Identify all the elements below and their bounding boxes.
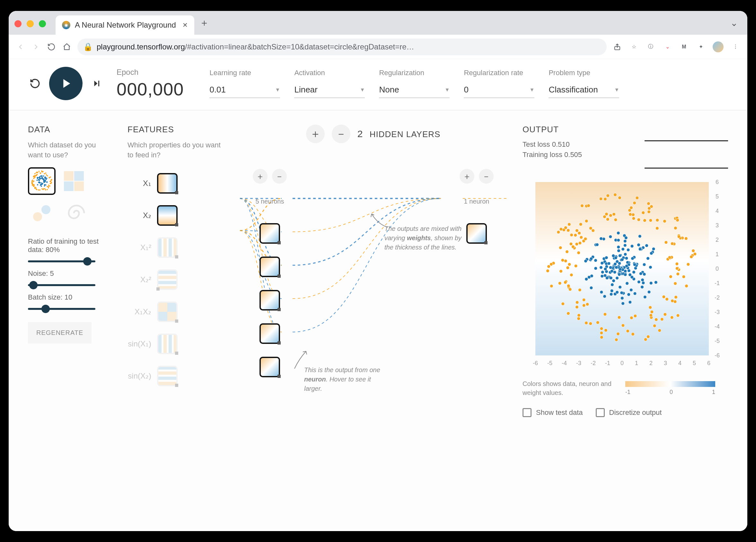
window-close-icon[interactable] — [14, 20, 22, 27]
svg-point-252 — [629, 301, 632, 304]
svg-point-254 — [600, 291, 603, 294]
info-icon[interactable]: ⓘ — [646, 42, 655, 52]
nav-forward-icon[interactable] — [31, 42, 41, 52]
remove-layer-button[interactable]: － — [332, 125, 350, 143]
share-icon[interactable] — [612, 42, 622, 52]
new-tab-button[interactable]: ＋ — [199, 16, 209, 30]
regenerate-button[interactable]: REGENERATE — [28, 322, 92, 344]
svg-point-351 — [646, 335, 650, 338]
feature-x1sq[interactable]: X₁² — [127, 232, 224, 264]
svg-text:-1: -1 — [605, 360, 610, 366]
svg-point-265 — [627, 248, 630, 251]
svg-point-407 — [600, 331, 603, 335]
svg-point-473 — [570, 273, 573, 276]
svg-point-57 — [38, 182, 39, 183]
learning-rate-select[interactable]: 0.01▼ — [209, 85, 280, 98]
extensions-icon[interactable]: ✦ — [696, 42, 706, 52]
star-icon[interactable]: ☆ — [629, 42, 639, 52]
reset-button[interactable] — [28, 76, 42, 91]
tab-close-icon[interactable]: ✕ — [182, 21, 188, 29]
svg-point-234 — [649, 266, 652, 269]
problem-type-select[interactable]: Classification▼ — [549, 85, 619, 98]
epoch-value: 000,000 — [117, 79, 184, 100]
svg-point-303 — [643, 273, 646, 276]
show-test-data-checkbox[interactable]: Show test data — [523, 408, 583, 417]
regularization-select[interactable]: None▼ — [379, 85, 450, 98]
svg-point-440 — [658, 329, 661, 332]
reload-icon[interactable] — [47, 42, 56, 52]
neuron-l2-1[interactable] — [466, 223, 487, 244]
svg-point-456 — [631, 333, 635, 336]
kebab-menu-icon[interactable]: ⋮ — [731, 42, 740, 52]
noise-slider[interactable] — [28, 284, 95, 286]
svg-point-270 — [623, 240, 627, 243]
activation-select[interactable]: Linear▼ — [294, 85, 365, 98]
feature-x2[interactable]: X₂ — [127, 199, 224, 232]
pocket-icon[interactable]: ⌄ — [663, 42, 672, 52]
layer1-caption: 5 neurons — [256, 198, 284, 205]
discretize-output-checkbox[interactable]: Discretize output — [596, 408, 662, 417]
batch-label: Batch size: 10 — [28, 293, 111, 302]
add-neuron-l2[interactable]: ＋ — [460, 169, 474, 184]
svg-point-346 — [567, 223, 571, 226]
svg-point-241 — [625, 257, 628, 260]
dataset-spiral[interactable] — [60, 199, 88, 227]
svg-point-247 — [611, 283, 614, 286]
ratio-slider[interactable] — [28, 260, 95, 262]
neuron-l1-2[interactable] — [259, 257, 280, 277]
feature-sinx2[interactable]: sin(X₂) — [127, 360, 224, 392]
svg-point-129 — [50, 176, 51, 178]
svg-point-239 — [650, 252, 653, 255]
feature-x1x2[interactable]: X₁X₂ — [127, 296, 224, 328]
add-layer-button[interactable]: ＋ — [306, 125, 325, 143]
data-question: Which dataset do you want to use? — [28, 140, 111, 160]
hidden-layers-title: 2 HIDDEN LAYERS — [357, 128, 441, 139]
nav-back-icon[interactable] — [16, 42, 25, 52]
batch-slider[interactable] — [28, 308, 95, 310]
step-button[interactable] — [90, 76, 104, 91]
play-button[interactable] — [49, 67, 83, 100]
dataset-gauss[interactable] — [28, 199, 56, 227]
svg-point-289 — [619, 285, 622, 289]
add-neuron-l1[interactable]: ＋ — [253, 169, 268, 184]
window-zoom-icon[interactable] — [39, 20, 46, 27]
svg-point-258 — [620, 297, 624, 300]
svg-point-446 — [629, 213, 632, 216]
feature-x1[interactable]: X₁ — [127, 167, 224, 199]
svg-point-421 — [567, 284, 570, 287]
svg-point-49 — [41, 175, 42, 177]
svg-point-320 — [619, 268, 622, 271]
svg-point-430 — [570, 233, 573, 237]
svg-point-386 — [589, 322, 592, 325]
feature-x2sq[interactable]: X₂² — [127, 264, 224, 296]
svg-point-300 — [627, 293, 630, 296]
profile-avatar[interactable] — [713, 41, 724, 52]
svg-point-427 — [585, 219, 588, 223]
svg-point-58 — [44, 184, 45, 185]
home-icon[interactable] — [62, 42, 72, 52]
extension-m-icon[interactable]: M — [679, 42, 689, 52]
svg-point-212 — [652, 247, 655, 250]
remove-neuron-l2[interactable]: － — [479, 169, 494, 184]
svg-point-304 — [614, 256, 617, 259]
feature-sinx1[interactable]: sin(X₁) — [127, 328, 224, 360]
svg-point-435 — [644, 338, 647, 341]
svg-point-455 — [671, 242, 674, 245]
neuron-l1-5[interactable] — [259, 357, 280, 377]
browser-tab[interactable]: ◉ A Neural Network Playground ✕ — [56, 15, 194, 35]
neuron-l1-1[interactable] — [259, 223, 280, 244]
neuron-l1-4[interactable] — [259, 323, 280, 344]
svg-point-325 — [676, 314, 680, 317]
svg-rect-132 — [64, 171, 74, 181]
reg-rate-select[interactable]: 0▼ — [464, 85, 534, 98]
svg-point-131 — [43, 188, 44, 189]
remove-neuron-l1[interactable]: － — [272, 169, 287, 184]
dataset-xor[interactable] — [60, 167, 88, 195]
neuron-l1-3[interactable] — [259, 290, 280, 310]
problem-type-label: Problem type — [549, 69, 619, 77]
window-minimize-icon[interactable] — [27, 20, 34, 27]
tabs-dropdown-icon[interactable]: ⌄ — [730, 18, 738, 28]
address-bar[interactable]: 🔒 playground.tensorflow.org/#activation=… — [77, 39, 607, 55]
svg-point-383 — [685, 284, 688, 288]
dataset-circle[interactable] — [28, 167, 56, 195]
